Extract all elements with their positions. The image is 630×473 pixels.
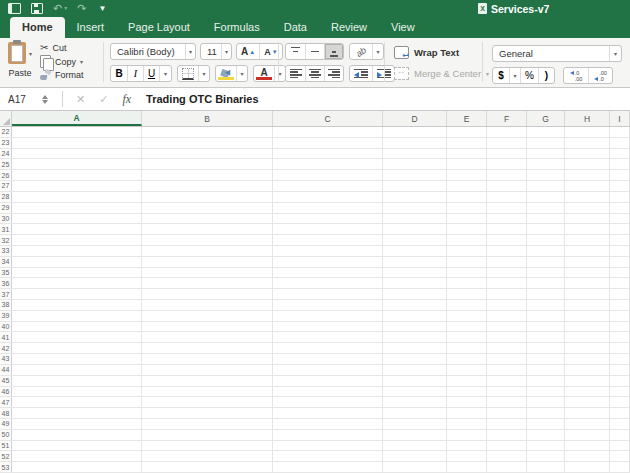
cell-A22[interactable] [12, 127, 142, 137]
cell-E26[interactable] [447, 170, 487, 180]
cut-button[interactable]: ✂ Cut [40, 42, 84, 53]
cell-F46[interactable] [487, 387, 527, 397]
row-header-22[interactable]: 22 [0, 127, 12, 137]
comma-style-button[interactable]: ) [538, 68, 554, 83]
row-header-29[interactable]: 29 [0, 203, 12, 213]
cell-D24[interactable] [383, 149, 447, 159]
cell-G25[interactable] [527, 159, 565, 169]
cell-H29[interactable] [565, 203, 610, 213]
italic-button[interactable]: I [127, 66, 143, 81]
cell-D28[interactable] [383, 192, 447, 202]
cell-F34[interactable] [487, 257, 527, 267]
cell-B23[interactable] [142, 138, 273, 148]
cell-D42[interactable] [383, 343, 447, 353]
cell-G44[interactable] [527, 365, 565, 375]
cell-F24[interactable] [487, 149, 527, 159]
row-header-50[interactable]: 50 [0, 430, 12, 440]
cell-F53[interactable] [487, 462, 527, 472]
cell-E51[interactable] [447, 441, 487, 451]
cell-G26[interactable] [527, 170, 565, 180]
cell-C52[interactable] [273, 451, 383, 461]
cell-E44[interactable] [447, 365, 487, 375]
cell-E42[interactable] [447, 343, 487, 353]
cell-A44[interactable] [12, 365, 142, 375]
row-header-49[interactable]: 49 [0, 419, 12, 429]
cell-G29[interactable] [527, 203, 565, 213]
column-header-C[interactable]: C [273, 111, 383, 126]
cell-A47[interactable] [12, 397, 142, 407]
cell-A39[interactable] [12, 311, 142, 321]
row-header-47[interactable]: 47 [0, 397, 12, 407]
cell-D39[interactable] [383, 311, 447, 321]
cell-E38[interactable] [447, 300, 487, 310]
cell-B42[interactable] [142, 343, 273, 353]
bold-button[interactable]: B [111, 66, 127, 81]
cell-G53[interactable] [527, 462, 565, 472]
cell-I42[interactable] [610, 343, 630, 353]
underline-caret-button[interactable]: ▾ [159, 66, 171, 81]
cell-I29[interactable] [610, 203, 630, 213]
row-header-45[interactable]: 45 [0, 376, 12, 386]
cell-B25[interactable] [142, 159, 273, 169]
cell-A48[interactable] [12, 408, 142, 418]
cell-D33[interactable] [383, 246, 447, 256]
column-header-B[interactable]: B [142, 111, 273, 126]
cell-F52[interactable] [487, 451, 527, 461]
row-header-35[interactable]: 35 [0, 268, 12, 278]
cell-C28[interactable] [273, 192, 383, 202]
undo-button[interactable]: ↶▾ [53, 3, 67, 14]
cell-E48[interactable] [447, 408, 487, 418]
cell-G47[interactable] [527, 397, 565, 407]
cell-H48[interactable] [565, 408, 610, 418]
row-header-25[interactable]: 25 [0, 159, 12, 169]
cell-A24[interactable] [12, 149, 142, 159]
cell-E37[interactable] [447, 289, 487, 299]
cell-D35[interactable] [383, 268, 447, 278]
row-header-34[interactable]: 34 [0, 257, 12, 267]
cell-B49[interactable] [142, 419, 273, 429]
cell-E27[interactable] [447, 181, 487, 191]
row-header-31[interactable]: 31 [0, 224, 12, 234]
cell-A30[interactable] [12, 214, 142, 224]
cell-E32[interactable] [447, 235, 487, 245]
cell-H37[interactable] [565, 289, 610, 299]
cell-G31[interactable] [527, 224, 565, 234]
cell-C39[interactable] [273, 311, 383, 321]
cell-G41[interactable] [527, 332, 565, 342]
cell-E41[interactable] [447, 332, 487, 342]
column-header-A[interactable]: A [12, 111, 142, 126]
cell-C35[interactable] [273, 268, 383, 278]
cell-C36[interactable] [273, 278, 383, 288]
cell-F27[interactable] [487, 181, 527, 191]
cell-F30[interactable] [487, 214, 527, 224]
cell-I26[interactable] [610, 170, 630, 180]
cell-H22[interactable] [565, 127, 610, 137]
align-center-button[interactable] [305, 66, 324, 81]
cell-A53[interactable] [12, 462, 142, 472]
cell-I32[interactable] [610, 235, 630, 245]
cell-D37[interactable] [383, 289, 447, 299]
cell-I44[interactable] [610, 365, 630, 375]
cell-A50[interactable] [12, 430, 142, 440]
cell-B28[interactable] [142, 192, 273, 202]
cell-A41[interactable] [12, 332, 142, 342]
cell-D23[interactable] [383, 138, 447, 148]
cell-D47[interactable] [383, 397, 447, 407]
currency-caret-button[interactable]: ▾ [509, 68, 520, 83]
cell-C26[interactable] [273, 170, 383, 180]
name-box-stepper[interactable] [42, 95, 48, 104]
tab-data[interactable]: Data [272, 17, 319, 38]
cell-E47[interactable] [447, 397, 487, 407]
cell-A28[interactable] [12, 192, 142, 202]
cell-I30[interactable] [610, 214, 630, 224]
cell-B46[interactable] [142, 387, 273, 397]
cell-C44[interactable] [273, 365, 383, 375]
cell-C51[interactable] [273, 441, 383, 451]
cell-F35[interactable] [487, 268, 527, 278]
cell-G50[interactable] [527, 430, 565, 440]
tab-home[interactable]: Home [10, 17, 65, 38]
cell-B38[interactable] [142, 300, 273, 310]
borders-button[interactable] [178, 66, 198, 81]
wrap-text-button[interactable]: Wrap Text [394, 46, 489, 59]
cell-D40[interactable] [383, 322, 447, 332]
